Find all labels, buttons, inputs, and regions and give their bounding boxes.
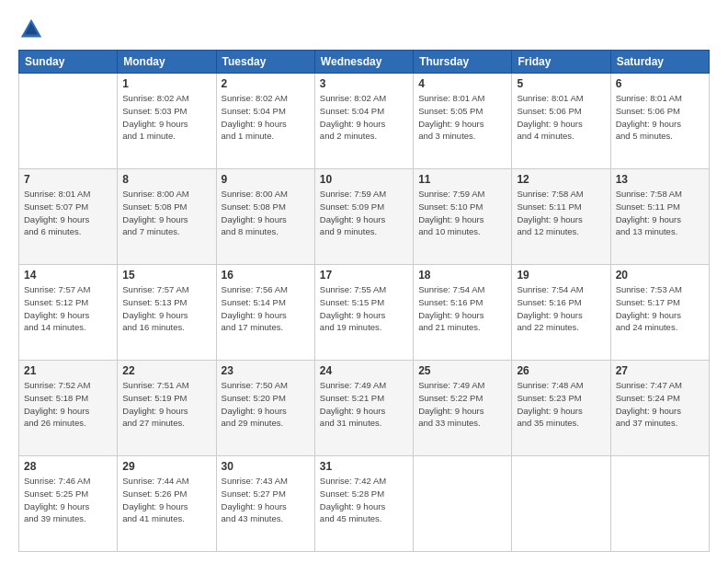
calendar-cell: 8Sunrise: 8:00 AM Sunset: 5:08 PM Daylig… (118, 169, 216, 265)
day-info: Sunrise: 7:59 AM Sunset: 5:10 PM Dayligh… (418, 188, 506, 238)
day-info: Sunrise: 7:57 AM Sunset: 5:12 PM Dayligh… (24, 283, 112, 334)
calendar-cell: 13Sunrise: 7:58 AM Sunset: 5:11 PM Dayli… (610, 169, 709, 265)
calendar-cell: 30Sunrise: 7:43 AM Sunset: 5:27 PM Dayli… (216, 456, 314, 552)
weekday-header: Thursday (414, 51, 512, 74)
day-number: 6 (616, 77, 704, 90)
day-number: 26 (517, 364, 605, 377)
day-info: Sunrise: 7:53 AM Sunset: 5:17 PM Dayligh… (616, 283, 704, 334)
day-info: Sunrise: 7:46 AM Sunset: 5:25 PM Dayligh… (24, 475, 112, 525)
calendar-cell: 11Sunrise: 7:59 AM Sunset: 5:10 PM Dayli… (414, 169, 512, 265)
header (18, 17, 710, 42)
day-number: 4 (418, 77, 506, 90)
day-number: 11 (418, 173, 506, 186)
calendar-cell: 27Sunrise: 7:47 AM Sunset: 5:24 PM Dayli… (610, 361, 709, 456)
calendar-cell: 18Sunrise: 7:54 AM Sunset: 5:16 PM Dayli… (414, 265, 512, 361)
calendar-cell: 23Sunrise: 7:50 AM Sunset: 5:20 PM Dayli… (216, 361, 314, 456)
day-info: Sunrise: 7:56 AM Sunset: 5:14 PM Dayligh… (222, 283, 310, 334)
day-info: Sunrise: 7:57 AM Sunset: 5:13 PM Dayligh… (122, 283, 210, 334)
day-info: Sunrise: 7:42 AM Sunset: 5:28 PM Dayligh… (320, 475, 408, 525)
calendar-cell: 3Sunrise: 8:02 AM Sunset: 5:04 PM Daylig… (314, 74, 413, 169)
day-info: Sunrise: 7:59 AM Sunset: 5:09 PM Dayligh… (320, 188, 408, 238)
day-number: 31 (320, 460, 408, 473)
calendar-cell: 31Sunrise: 7:42 AM Sunset: 5:28 PM Dayli… (314, 456, 413, 552)
day-number: 15 (122, 269, 210, 282)
calendar-cell: 5Sunrise: 8:01 AM Sunset: 5:06 PM Daylig… (512, 74, 610, 169)
day-number: 17 (320, 269, 408, 282)
day-number: 14 (24, 269, 112, 282)
calendar-cell: 22Sunrise: 7:51 AM Sunset: 5:19 PM Dayli… (118, 361, 216, 456)
day-info: Sunrise: 7:47 AM Sunset: 5:24 PM Dayligh… (616, 379, 704, 430)
day-info: Sunrise: 7:54 AM Sunset: 5:16 PM Dayligh… (517, 283, 605, 334)
calendar-cell: 15Sunrise: 7:57 AM Sunset: 5:13 PM Dayli… (118, 265, 216, 361)
page: SundayMondayTuesdayWednesdayThursdayFrid… (0, 0, 728, 563)
calendar-cell (512, 456, 610, 552)
weekday-header: Saturday (610, 51, 709, 74)
weekday-header: Wednesday (314, 51, 413, 74)
calendar-week-row: 1Sunrise: 8:02 AM Sunset: 5:03 PM Daylig… (19, 74, 710, 169)
calendar-cell (414, 456, 512, 552)
day-number: 19 (517, 269, 605, 282)
day-info: Sunrise: 7:49 AM Sunset: 5:22 PM Dayligh… (418, 379, 506, 430)
calendar-cell (19, 74, 118, 169)
day-number: 8 (122, 173, 210, 186)
calendar-cell: 29Sunrise: 7:44 AM Sunset: 5:26 PM Dayli… (118, 456, 216, 552)
calendar-cell: 20Sunrise: 7:53 AM Sunset: 5:17 PM Dayli… (610, 265, 709, 361)
calendar-cell: 16Sunrise: 7:56 AM Sunset: 5:14 PM Dayli… (216, 265, 314, 361)
day-number: 27 (616, 364, 704, 377)
calendar-week-row: 28Sunrise: 7:46 AM Sunset: 5:25 PM Dayli… (19, 456, 710, 552)
day-number: 2 (222, 77, 310, 90)
day-number: 16 (222, 269, 310, 282)
day-number: 18 (418, 269, 506, 282)
calendar-week-row: 14Sunrise: 7:57 AM Sunset: 5:12 PM Dayli… (19, 265, 710, 361)
day-info: Sunrise: 7:52 AM Sunset: 5:18 PM Dayligh… (24, 379, 112, 430)
weekday-header: Friday (512, 51, 610, 74)
weekday-header: Sunday (19, 51, 118, 74)
day-info: Sunrise: 7:43 AM Sunset: 5:27 PM Dayligh… (222, 475, 310, 525)
calendar-week-row: 21Sunrise: 7:52 AM Sunset: 5:18 PM Dayli… (19, 361, 710, 456)
day-info: Sunrise: 8:02 AM Sunset: 5:04 PM Dayligh… (222, 92, 310, 143)
day-number: 24 (320, 364, 408, 377)
day-number: 21 (24, 364, 112, 377)
day-info: Sunrise: 7:49 AM Sunset: 5:21 PM Dayligh… (320, 379, 408, 430)
day-number: 28 (24, 460, 112, 473)
calendar-cell: 1Sunrise: 8:02 AM Sunset: 5:03 PM Daylig… (118, 74, 216, 169)
day-number: 22 (122, 364, 210, 377)
calendar-cell: 25Sunrise: 7:49 AM Sunset: 5:22 PM Dayli… (414, 361, 512, 456)
day-info: Sunrise: 8:00 AM Sunset: 5:08 PM Dayligh… (122, 188, 210, 238)
day-info: Sunrise: 7:50 AM Sunset: 5:20 PM Dayligh… (222, 379, 310, 430)
day-info: Sunrise: 8:01 AM Sunset: 5:06 PM Dayligh… (517, 92, 605, 143)
weekday-header: Tuesday (216, 51, 314, 74)
calendar-cell: 24Sunrise: 7:49 AM Sunset: 5:21 PM Dayli… (314, 361, 413, 456)
logo (18, 17, 48, 42)
day-number: 29 (122, 460, 210, 473)
day-number: 13 (616, 173, 704, 186)
day-number: 5 (517, 77, 605, 90)
day-info: Sunrise: 7:55 AM Sunset: 5:15 PM Dayligh… (320, 283, 408, 334)
calendar-cell: 26Sunrise: 7:48 AM Sunset: 5:23 PM Dayli… (512, 361, 610, 456)
day-info: Sunrise: 8:01 AM Sunset: 5:07 PM Dayligh… (24, 188, 112, 238)
calendar-header-row: SundayMondayTuesdayWednesdayThursdayFrid… (19, 51, 710, 74)
calendar-cell: 9Sunrise: 8:00 AM Sunset: 5:08 PM Daylig… (216, 169, 314, 265)
day-number: 9 (222, 173, 310, 186)
day-number: 25 (418, 364, 506, 377)
calendar-cell: 7Sunrise: 8:01 AM Sunset: 5:07 PM Daylig… (19, 169, 118, 265)
day-number: 20 (616, 269, 704, 282)
day-info: Sunrise: 7:54 AM Sunset: 5:16 PM Dayligh… (418, 283, 506, 334)
calendar-cell: 17Sunrise: 7:55 AM Sunset: 5:15 PM Dayli… (314, 265, 413, 361)
day-info: Sunrise: 7:58 AM Sunset: 5:11 PM Dayligh… (517, 188, 605, 238)
day-info: Sunrise: 8:02 AM Sunset: 5:04 PM Dayligh… (320, 92, 408, 143)
day-info: Sunrise: 7:58 AM Sunset: 5:11 PM Dayligh… (616, 188, 704, 238)
calendar: SundayMondayTuesdayWednesdayThursdayFrid… (18, 50, 710, 552)
day-number: 1 (122, 77, 210, 90)
calendar-cell: 28Sunrise: 7:46 AM Sunset: 5:25 PM Dayli… (19, 456, 118, 552)
day-info: Sunrise: 8:02 AM Sunset: 5:03 PM Dayligh… (122, 92, 210, 143)
day-number: 30 (222, 460, 310, 473)
day-number: 3 (320, 77, 408, 90)
day-info: Sunrise: 7:44 AM Sunset: 5:26 PM Dayligh… (122, 475, 210, 525)
calendar-cell: 4Sunrise: 8:01 AM Sunset: 5:05 PM Daylig… (414, 74, 512, 169)
day-info: Sunrise: 7:48 AM Sunset: 5:23 PM Dayligh… (517, 379, 605, 430)
calendar-cell: 21Sunrise: 7:52 AM Sunset: 5:18 PM Dayli… (19, 361, 118, 456)
calendar-cell: 19Sunrise: 7:54 AM Sunset: 5:16 PM Dayli… (512, 265, 610, 361)
day-number: 12 (517, 173, 605, 186)
calendar-cell: 10Sunrise: 7:59 AM Sunset: 5:09 PM Dayli… (314, 169, 413, 265)
